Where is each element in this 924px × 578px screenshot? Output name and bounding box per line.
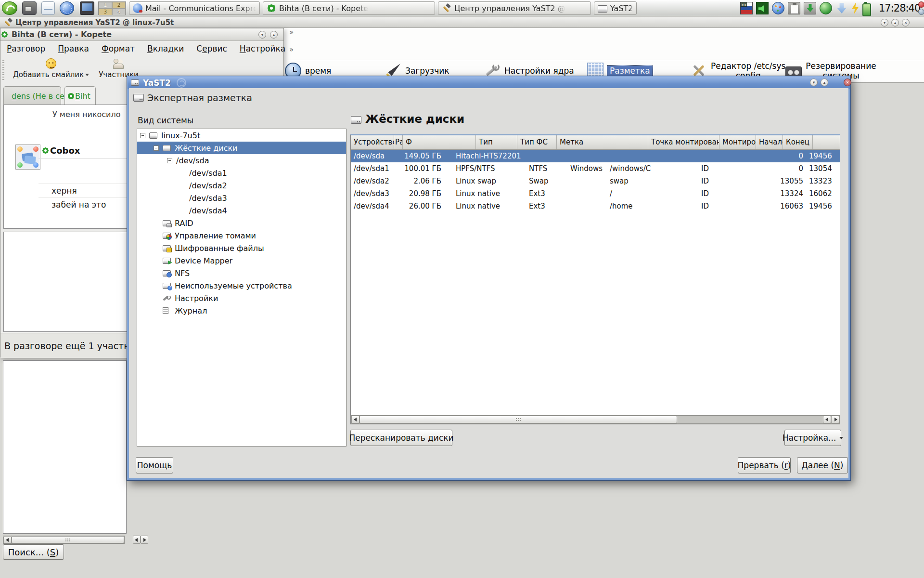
- menu-item[interactable]: Вкладки: [141, 41, 190, 56]
- expander-icon[interactable]: [154, 145, 159, 151]
- launcher-icon[interactable]: [2, 1, 17, 15]
- menu-item[interactable]: Разговор: [0, 41, 51, 56]
- task-button[interactable]: Bihta (В сети) - Kopete: [263, 1, 435, 15]
- launcher-icon[interactable]: [60, 1, 74, 15]
- column-header[interactable]: Метка: [557, 135, 648, 149]
- tree-item[interactable]: /dev/sda4: [137, 204, 346, 217]
- tray-icon[interactable]: [804, 2, 816, 14]
- tree-item[interactable]: Жёсткие диски: [137, 142, 346, 154]
- tree-item[interactable]: /dev/sda3: [137, 192, 346, 204]
- cc-close-button[interactable]: [902, 19, 910, 26]
- column-header[interactable]: Ф: [403, 135, 476, 149]
- yast2-maximize-button[interactable]: [821, 79, 828, 86]
- table-row[interactable]: /dev/sda1100.01 ГБHPFS/NTFSNTFSWindows/w…: [351, 162, 840, 175]
- yast2-titlebar[interactable]: YaST2: [128, 77, 850, 89]
- tree-item[interactable]: Device Mapper: [137, 254, 346, 267]
- tray-icon[interactable]: [788, 2, 800, 14]
- tray-icon[interactable]: [820, 2, 832, 14]
- yast2-close-button[interactable]: [844, 79, 851, 86]
- toolbar-drag-handle[interactable]: [2, 60, 4, 80]
- tree-item[interactable]: Управление томами: [137, 229, 346, 242]
- task-button[interactable]: YaST2: [594, 1, 637, 15]
- tray-icon[interactable]: [835, 2, 848, 14]
- task-button[interactable]: Mail - Communications Expres: [129, 1, 260, 15]
- menu-item[interactable]: Формат: [95, 41, 141, 56]
- tray-icon[interactable]: [772, 2, 784, 14]
- table-hscrollbar[interactable]: [351, 415, 840, 424]
- kopete-titlebar[interactable]: Bihta (В сети) - Kopete: [0, 28, 283, 41]
- launcher-icon[interactable]: [22, 1, 37, 15]
- expander-icon[interactable]: [140, 133, 145, 138]
- menu-item[interactable]: Настройка: [233, 41, 292, 56]
- column-header[interactable]: Конец: [783, 135, 813, 149]
- tree-item[interactable]: /dev/sda2: [137, 179, 346, 192]
- rescan-disks-button[interactable]: Пересканировать диски: [350, 430, 452, 446]
- scroll-left-icon[interactable]: [823, 416, 831, 423]
- scroll-left-icon[interactable]: [351, 416, 359, 423]
- chat-tab[interactable]: Biht: [64, 86, 96, 105]
- tray-icon[interactable]: [862, 2, 869, 14]
- tree-item[interactable]: NFS: [137, 267, 346, 279]
- cc-minimize-button[interactable]: [881, 19, 888, 26]
- expander-icon[interactable]: [167, 158, 172, 163]
- search-button[interactable]: Поиск... (S): [3, 544, 64, 560]
- scrollbar-track[interactable]: [677, 416, 823, 423]
- scroll-right-icon[interactable]: [141, 536, 148, 544]
- toolbar-button[interactable]: Добавить смайлик: [8, 56, 94, 79]
- menu-item[interactable]: Правка: [51, 41, 95, 56]
- desktop-pager-cell[interactable]: 3: [99, 9, 112, 15]
- configure-button[interactable]: Настройка...: [784, 430, 841, 446]
- logout-icon[interactable]: [918, 1, 924, 8]
- contact-list-hscrollbar[interactable]: [3, 536, 125, 544]
- column-header[interactable]: Точка монтирования: [648, 135, 719, 149]
- scrollbar-thumb[interactable]: [12, 536, 124, 543]
- menu-item[interactable]: Сервис: [190, 41, 233, 56]
- launcher-icon[interactable]: [41, 1, 55, 15]
- desktop-pager-cell[interactable]: 1: [99, 2, 112, 9]
- control-center-titlebar[interactable]: Центр управления YaST2 @ linux-7u5t: [0, 17, 924, 28]
- next-button[interactable]: Далее (N): [797, 457, 848, 473]
- tree-item[interactable]: Настройки: [137, 292, 346, 304]
- column-header[interactable]: Тип ФС: [517, 135, 557, 149]
- cc-maximize-button[interactable]: [891, 19, 899, 26]
- kopete-maximize-button[interactable]: [270, 31, 278, 39]
- desktop-pager-cell[interactable]: 4: [112, 9, 126, 15]
- tree-item[interactable]: Неиспользуемые устройства: [137, 279, 346, 292]
- desktop-pager[interactable]: 1234: [98, 1, 126, 15]
- tray-icon-label: ru: [741, 2, 747, 7]
- table-row[interactable]: /dev/sda149.05 ГБHitachi-HTS72201019456: [351, 150, 840, 162]
- tree-item[interactable]: linux-7u5t: [137, 129, 346, 142]
- table-row[interactable]: /dev/sda22.06 ГБLinux swapSwapswapID1305…: [351, 175, 840, 187]
- column-header[interactable]: Монтировать по: [719, 135, 756, 149]
- tree-item[interactable]: RAID: [137, 217, 346, 229]
- scroll-left-icon[interactable]: [3, 536, 12, 543]
- tree-item[interactable]: /dev/sda: [137, 154, 346, 167]
- tree-item[interactable]: Журнал: [137, 304, 346, 317]
- help-button[interactable]: Помощь: [136, 457, 173, 473]
- column-header[interactable]: Размер: [394, 135, 403, 149]
- desktop: 1234 Mail - Communications Expres Bihta …: [0, 0, 924, 578]
- chat-tab[interactable]: dens (Не в сети): [3, 86, 61, 105]
- tray-icon[interactable]: [756, 2, 769, 14]
- tray-icon[interactable]: [851, 2, 859, 14]
- scrollbar-thumb[interactable]: [359, 416, 677, 423]
- column-header[interactable]: Начало: [756, 135, 783, 149]
- column-header[interactable]: Устройство: [351, 135, 394, 149]
- yast2-minimize-button[interactable]: [810, 79, 818, 86]
- task-button[interactable]: Центр управления YaST2 @: [438, 1, 591, 15]
- kopete-minimize-button[interactable]: [258, 31, 266, 39]
- launcher-icon[interactable]: [80, 1, 94, 15]
- table-row[interactable]: /dev/sda320.98 ГБLinux nativeExt3/ID1332…: [351, 187, 840, 200]
- abort-button[interactable]: Прервать (r): [738, 457, 791, 473]
- lock-icon[interactable]: [918, 9, 924, 15]
- scroll-left-icon[interactable]: [133, 536, 141, 544]
- table-row[interactable]: /dev/sda426.00 ГБLinux nativeExt3/homeID…: [351, 200, 840, 212]
- column-header[interactable]: Тип: [476, 135, 517, 149]
- contact-list-pane[interactable]: [3, 360, 127, 534]
- tree-item[interactable]: /dev/sda1: [137, 167, 346, 179]
- desktop-pager-cell[interactable]: 2: [112, 2, 126, 9]
- tree-item[interactable]: Шифрованные файлы: [137, 242, 346, 254]
- tray-icon[interactable]: ru: [740, 2, 753, 14]
- scroll-right-icon[interactable]: [831, 416, 839, 423]
- toolbar-overflow-icon[interactable]: »: [289, 29, 294, 36]
